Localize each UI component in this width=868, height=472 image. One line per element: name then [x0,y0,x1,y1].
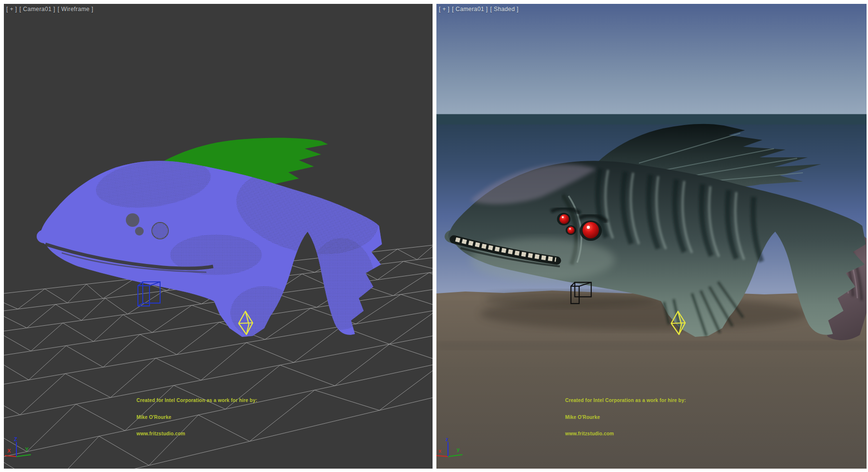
fish-eye-wireframe [152,222,168,239]
viewport-shading-menu[interactable]: [ Wireframe ] [58,6,94,13]
viewport-pov-menu[interactable]: [ Camera01 ] [452,6,488,13]
viewport-shading-menu[interactable]: [ Shaded ] [490,6,519,13]
world-axis-gizmo: X Z Y [4,436,42,465]
scene-credit-text: Created for Intel Corporation as a work … [565,387,686,448]
axis-x-label: X [7,448,11,454]
viewport-shaded[interactable]: [ + ] [ Camera01 ] [ Shaded ] [436,4,867,469]
viewport-general-menu[interactable]: [ + ] [6,6,17,13]
viewport-general-menu[interactable]: [ + ] [439,6,449,13]
world-axis-gizmo: x z y [436,436,475,465]
viewport-wireframe[interactable]: [ + ] [ Camera01 ] [ Wireframe ] [4,4,433,469]
axis-z-label: z [446,436,448,442]
axis-x-label: x [438,448,442,454]
fish-eye-wireframe [126,213,139,227]
scene-credit-text: Created for Intel Corporation as a work … [136,387,257,448]
viewport-pov-menu[interactable]: [ Camera01 ] [19,6,55,13]
axis-z-label: Z [14,436,17,442]
axis-y-label: Y [25,446,29,452]
axis-y-label: y [457,446,460,452]
fish-mesh-wireframe[interactable] [37,153,387,339]
fish-eye-wireframe [135,227,144,236]
viewport-menu: [ + ] [ Camera01 ] [ Wireframe ] [6,6,93,13]
viewport-menu: [ + ] [ Camera01 ] [ Shaded ] [439,6,518,13]
